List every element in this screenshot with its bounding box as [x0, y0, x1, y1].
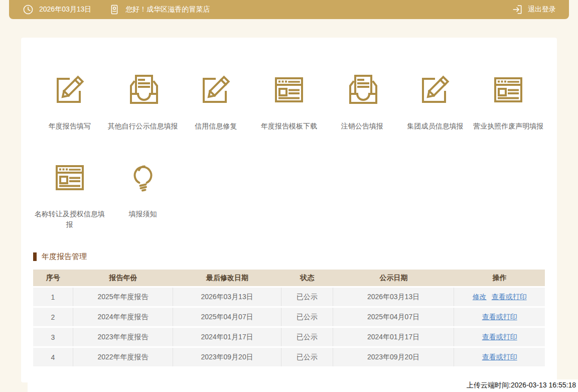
cell-year: 2024年年度报告: [73, 308, 174, 326]
section-title-bar: [33, 252, 37, 261]
cell-actions: 查看或打印: [454, 308, 545, 326]
col-status: 状态: [281, 270, 333, 286]
cell-actions: 查看或打印: [454, 328, 545, 346]
shortcut-credit-repair[interactable]: 信用信息修复: [179, 72, 252, 132]
user-group: 您好！成华区滋香的冒菜店: [108, 4, 210, 16]
shortcut-cancellation-notice[interactable]: 注销公告填报: [326, 72, 399, 132]
browser-icon: [52, 160, 88, 196]
id-badge-icon: [108, 4, 120, 16]
cell-year: 2023年年度报告: [73, 328, 174, 346]
status-badge: 已公示: [281, 348, 333, 366]
cell-year: 2022年年度报告: [73, 348, 174, 366]
shortcut-label: 其他自行公示信息填报: [108, 121, 178, 132]
bulb-icon: [125, 160, 161, 196]
table-row: 4 2022年年度报告 2023年09月20日 已公示 2023年09月20日 …: [33, 348, 545, 366]
logout-label: 退出登录: [528, 5, 556, 14]
table-header-row: 序号 报告年份 最后修改日期 状态 公示日期 操作: [33, 270, 545, 286]
col-year: 报告年份: [73, 270, 174, 286]
status-badge: 已公示: [281, 308, 333, 326]
view-print-link[interactable]: 查看或打印: [482, 313, 517, 321]
inbox-icon: [125, 72, 161, 108]
table-row: 3 2023年年度报告 2024年01月17日 已公示 2024年01月17日 …: [33, 328, 545, 346]
cell-published: 2023年09月20日: [333, 348, 455, 366]
browser-icon: [490, 72, 526, 108]
cell-published: 2025年04月07日: [333, 308, 455, 326]
shortcut-other-publicity-fill[interactable]: 其他自行公示信息填报: [106, 72, 180, 132]
status-badge: 已公示: [281, 328, 333, 346]
table-row: 2 2024年年度报告 2025年04月07日 已公示 2025年04月07日 …: [33, 308, 545, 326]
cell-actions: 查看或打印: [454, 348, 545, 366]
cell-modified: 2024年01月17日: [173, 328, 281, 346]
current-date: 2026年03月13日: [39, 5, 91, 14]
cell-index: 1: [33, 288, 73, 306]
edit-icon: [52, 72, 88, 108]
shortcut-label: 年度报告填写: [49, 121, 91, 132]
shortcut-label: 填报须知: [129, 209, 157, 219]
view-print-link[interactable]: 查看或打印: [492, 293, 527, 301]
edit-icon: [198, 72, 234, 108]
view-print-link[interactable]: 查看或打印: [482, 333, 517, 341]
logout-icon: [511, 4, 523, 16]
status-badge: 已公示: [281, 288, 333, 306]
col-actions: 操作: [454, 270, 545, 286]
shortcut-license-void-declare[interactable]: 营业执照作废声明填报: [472, 72, 545, 132]
view-print-link[interactable]: 查看或打印: [482, 353, 517, 361]
cell-modified: 2025年04月07日: [173, 308, 281, 326]
shortcut-label: 注销公告填报: [341, 121, 383, 132]
cell-published: 2024年01月17日: [333, 328, 455, 346]
footer-bar: 上传云端时间:2026-03-13 16:55:18: [28, 379, 578, 392]
shortcut-annual-report-fill[interactable]: 年度报告填写: [33, 72, 106, 132]
date-group: 2026年03月13日: [22, 4, 91, 16]
cell-published: 2026年03月13日: [333, 288, 455, 306]
shortcut-label: 名称转让及授权信息填报: [33, 209, 106, 230]
modify-link[interactable]: 修改: [473, 293, 487, 301]
shortcut-name-transfer-fill[interactable]: 名称转让及授权信息填报: [33, 160, 106, 230]
shortcut-label: 信用信息修复: [195, 121, 237, 132]
section-title: 年度报告管理: [42, 252, 87, 262]
browser-icon: [271, 72, 307, 108]
col-modified: 最后修改日期: [173, 270, 281, 286]
cell-modified: 2026年03月13日: [173, 288, 281, 306]
clock-icon: [22, 4, 34, 16]
col-index: 序号: [33, 270, 73, 286]
col-published: 公示日期: [333, 270, 455, 286]
edit-icon: [417, 72, 453, 108]
shortcut-template-download[interactable]: 年度报告模板下载: [252, 72, 326, 132]
shortcut-group-member-fill[interactable]: 集团成员信息填报: [399, 72, 472, 132]
table-row: 1 2025年年度报告 2026年03月13日 已公示 2026年03月13日 …: [33, 288, 545, 306]
logout-button[interactable]: 退出登录: [511, 4, 556, 16]
cell-modified: 2023年09月20日: [173, 348, 281, 366]
table-body: 1 2025年年度报告 2026年03月13日 已公示 2026年03月13日 …: [33, 288, 545, 366]
section-head: 年度报告管理: [33, 252, 545, 262]
shortcut-filling-notes[interactable]: 填报须知: [106, 160, 180, 230]
shortcut-grid: 年度报告填写 其他自行公示信息填报 信用信息修复 年度报告模板下载 注销公告填报…: [33, 72, 545, 230]
shortcut-label: 年度报告模板下载: [261, 121, 317, 132]
cell-actions: 修改查看或打印: [454, 288, 545, 306]
cell-index: 2: [33, 308, 73, 326]
cell-year: 2025年年度报告: [73, 288, 174, 306]
topbar: 2026年03月13日 您好！成华区滋香的冒菜店 退出登录: [9, 0, 569, 19]
cell-index: 3: [33, 328, 73, 346]
shortcut-label: 集团成员信息填报: [407, 121, 463, 132]
cell-index: 4: [33, 348, 73, 366]
annual-report-table: 序号 报告年份 最后修改日期 状态 公示日期 操作 1 2025年年度报告 20…: [33, 268, 545, 368]
inbox-icon: [344, 72, 380, 108]
user-greeting: 您好！成华区滋香的冒菜店: [125, 5, 210, 14]
upload-time: 上传云端时间:2026-03-13 16:55:18: [467, 381, 576, 390]
main-card: 年度报告填写 其他自行公示信息填报 信用信息修复 年度报告模板下载 注销公告填报…: [21, 38, 557, 382]
shortcut-label: 营业执照作废声明填报: [473, 121, 543, 132]
